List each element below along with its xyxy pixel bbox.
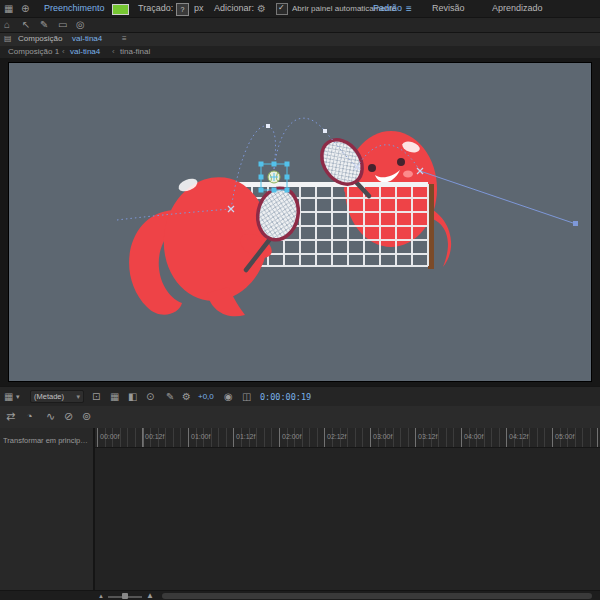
crosshair-tool-icon[interactable]: ⊕	[21, 4, 29, 14]
panel-icon: ▤	[4, 35, 12, 43]
home-icon[interactable]: ⌂	[4, 20, 10, 30]
ruler-label: 00:00f	[100, 433, 119, 440]
selection-handles[interactable]	[259, 162, 290, 193]
fill-label[interactable]: Preenchimento	[44, 4, 105, 13]
resolution-value: (Metade)	[34, 393, 64, 401]
left-character	[129, 170, 276, 316]
ruler-label: 05:00f	[555, 433, 574, 440]
workspace-tab-padrao[interactable]: Padrão	[373, 4, 402, 13]
ruler-label: 03:00f	[373, 433, 392, 440]
selection-tool-icon[interactable]: ↖	[22, 20, 30, 30]
timeline-panel: ⇄ ◔ ∿ ⊘ ⊚ 00:00f 00:12f 01:00f 01:12f 02…	[0, 406, 600, 600]
caret-down-icon: ▾	[76, 393, 80, 400]
gear-icon[interactable]: ⚙	[182, 392, 191, 402]
ruler-label: 03:12f	[418, 433, 437, 440]
ruler-label: 01:00f	[191, 433, 210, 440]
right-eye-left	[368, 164, 376, 172]
ruler-label: 02:00f	[282, 433, 301, 440]
magnification-icon[interactable]: ▦	[4, 392, 13, 402]
composition-panel-tab-bar: ▤ Composição val-tina4 ≡	[0, 33, 600, 47]
pen-tool-icon[interactable]: ✎	[40, 20, 48, 30]
ruler-label: 02:12f	[327, 433, 346, 440]
zoom-in-mountain-icon[interactable]: ▲	[146, 592, 154, 600]
shape-tool-icon[interactable]: ▭	[58, 20, 67, 30]
roi-icon[interactable]: ⊡	[92, 392, 100, 402]
ruler-label: 01:12f	[236, 433, 255, 440]
path-end-handle[interactable]	[573, 221, 578, 226]
ruler-label: 04:12f	[509, 433, 528, 440]
mask-visibility-icon[interactable]: ◧	[128, 392, 137, 402]
path-vertex[interactable]	[266, 124, 270, 128]
snapshot-camera-icon[interactable]: ◉	[224, 392, 233, 402]
after-effects-window: ▦ ⊕ Preenchimento Traçado: ? px Adiciona…	[0, 0, 600, 600]
zoom-tool-icon[interactable]: ◎	[76, 20, 85, 30]
toolbar-main: ▦ ⊕ Preenchimento Traçado: ? px Adiciona…	[0, 0, 600, 18]
timeline-toolbar: ⇄ ◔ ∿ ⊘ ⊚	[0, 406, 600, 429]
breadcrumb-comp1[interactable]: Composição 1	[8, 48, 59, 56]
transparency-grid-icon[interactable]: ▦	[110, 392, 119, 402]
composition-viewer	[0, 58, 600, 386]
wave-icon[interactable]: ∿	[46, 411, 55, 422]
pen-icon[interactable]: ✎	[166, 392, 174, 402]
viewer-controls: ▦ ▾ (Metade) ▾ ⊡ ▦ ◧ ⊙ ✎ ⚙ +0,0 ◉ ◫ 0:00…	[0, 386, 600, 408]
timeline-left-panel: Transformar em principal...	[0, 428, 95, 590]
workspace-menu-icon[interactable]: ≡	[406, 4, 412, 14]
show-snapshot-icon[interactable]: ◫	[242, 392, 251, 402]
fill-color-swatch[interactable]	[112, 4, 129, 15]
timeline-bottom-bar: ▲ ▲	[0, 590, 600, 600]
panel-comp-name[interactable]: val-tina4	[72, 35, 102, 43]
grid-tool-icon[interactable]: ▦	[4, 4, 13, 14]
panel-menu-icon[interactable]: ≡	[122, 35, 127, 43]
stroke-unit-label: px	[194, 4, 204, 13]
workspace-tab-aprendizado[interactable]: Aprendizado	[492, 4, 543, 13]
stroke-label[interactable]: Traçado:	[138, 4, 173, 13]
ruler-label: 00:12f	[145, 433, 164, 440]
caret-down-icon[interactable]: ▾	[16, 393, 20, 400]
horizontal-scrollbar[interactable]	[162, 593, 592, 599]
motion-blur-icon[interactable]: ⊘	[64, 411, 73, 422]
add-gear-icon[interactable]: ⚙	[257, 4, 266, 14]
breadcrumb-tina-final[interactable]: tina-final	[120, 48, 150, 56]
workspace-tab-revisao[interactable]: Revisão	[432, 4, 465, 13]
breadcrumb-active[interactable]: val-tina4	[70, 48, 100, 56]
draft-clock-icon[interactable]: ◔	[26, 411, 33, 422]
chevron-left-icon: ‹	[62, 48, 65, 56]
add-label: Adicionar:	[214, 4, 254, 13]
resolution-dropdown[interactable]: (Metade) ▾	[30, 390, 84, 403]
scene-svg[interactable]	[9, 63, 593, 383]
preview-timecode[interactable]: 0:00:00:19	[260, 393, 311, 402]
channels-icon[interactable]: ⊙	[146, 392, 154, 402]
flowchart-icon[interactable]: ⇄	[6, 411, 15, 422]
check-icon: ✓	[278, 3, 285, 12]
graph-editor-icon[interactable]: ⊚	[82, 411, 91, 422]
zoom-slider-thumb[interactable]	[122, 593, 128, 599]
zoom-out-mountain-icon[interactable]: ▲	[98, 593, 104, 599]
toolbar-tools: ⌂ ↖ ✎ ▭ ◎	[0, 18, 600, 33]
composition-canvas[interactable]	[8, 62, 592, 382]
exposure-value[interactable]: +0,0	[198, 393, 214, 401]
auto-open-checkbox[interactable]: ✓	[276, 3, 288, 15]
parent-column-header: Transformar em principal...	[3, 436, 91, 445]
path-vertex[interactable]	[323, 129, 327, 133]
right-eye-right	[397, 158, 405, 166]
chevron-left-icon: ‹	[112, 48, 115, 56]
stroke-swatch[interactable]: ?	[176, 3, 189, 16]
ruler-label: 04:00f	[464, 433, 483, 440]
panel-title[interactable]: Composição	[18, 35, 62, 43]
